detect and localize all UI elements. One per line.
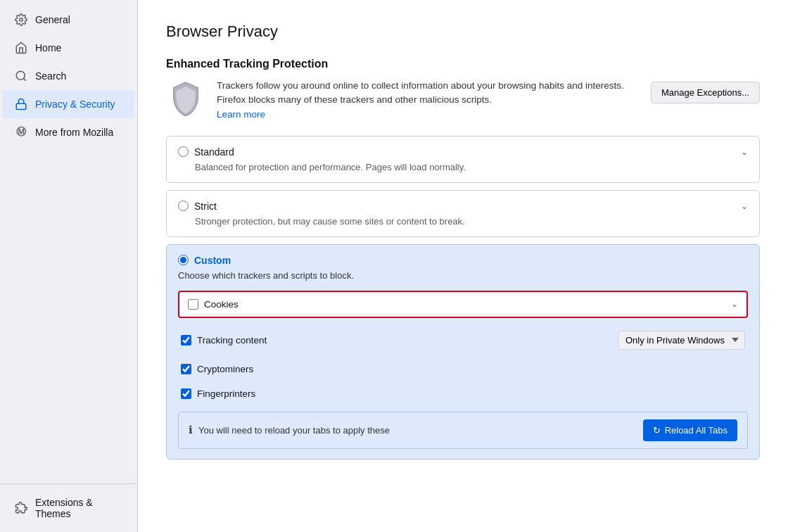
standard-option-label[interactable]: Standard [178,146,234,158]
cookies-checkbox[interactable] [188,299,198,310]
cryptominers-checkbox[interactable] [181,364,191,374]
info-icon: ℹ [189,424,193,436]
sidebar-item-search[interactable]: Search [3,62,134,90]
sidebar-item-label: Extensions & Themes [35,497,123,519]
strict-option-label[interactable]: Strict [178,201,217,212]
svg-line-2 [23,78,25,80]
svg-rect-3 [16,103,26,109]
sidebar-item-extensions[interactable]: Extensions & Themes [3,490,134,526]
sidebar-item-label: Home [35,42,61,53]
sidebar-item-home[interactable]: Home [3,34,134,62]
strict-option-desc: Stronger protection, but may cause some … [195,216,748,227]
svg-point-0 [20,18,23,22]
home-icon [14,41,28,55]
manage-exceptions-button[interactable]: Manage Exceptions... [651,82,760,103]
fingerprinters-label[interactable]: Fingerprinters [181,388,255,399]
sidebar: General Home Search Privacy & Security [0,0,138,532]
lock-icon [14,97,28,111]
cryptominers-label[interactable]: Cryptominers [181,364,253,374]
custom-option-card: Custom Choose which trackers and scripts… [166,244,760,460]
search-icon [14,69,28,83]
mozilla-icon: Ⓜ [14,125,28,139]
page-title: Browser Privacy [166,23,760,41]
learn-more-link[interactable]: Learn more [217,109,265,120]
info-bar: ℹ You will need to reload your tabs to a… [178,412,748,449]
etp-section-title: Enhanced Tracking Protection [166,58,760,70]
standard-option-card[interactable]: Standard ⌄ Balanced for protection and p… [166,136,760,183]
strict-radio[interactable] [178,201,189,211]
custom-radio[interactable] [178,255,189,265]
cookies-label[interactable]: Cookies [188,299,239,310]
custom-desc: Choose which trackers and scripts to blo… [178,270,748,281]
reload-icon: ↻ [653,425,661,436]
standard-radio[interactable] [178,146,189,157]
tracking-content-label[interactable]: Tracking content [181,335,267,346]
tracking-content-dropdown[interactable]: Only in Private Windows In all Windows [618,331,745,350]
fingerprinters-row: Fingerprinters [178,383,748,405]
gear-icon [14,13,28,27]
sidebar-item-label: Privacy & Security [35,99,115,110]
extensions-icon [14,501,28,515]
sidebar-item-mozilla[interactable]: Ⓜ More from Mozilla [3,118,134,146]
fingerprinters-checkbox[interactable] [181,388,191,399]
sidebar-item-label: More from Mozilla [35,127,113,138]
cookies-chevron-icon: ⌄ [731,299,738,309]
main-content: Browser Privacy Enhanced Tracking Protec… [138,0,788,532]
sidebar-item-general[interactable]: General [3,6,134,34]
sidebar-item-label: General [35,14,70,25]
etp-row: Trackers follow you around online to col… [166,79,760,122]
tracking-content-row: Tracking content Only in Private Windows… [178,325,748,355]
sidebar-item-privacy[interactable]: Privacy & Security [3,90,134,118]
standard-chevron-icon: ⌄ [741,147,748,157]
shield-icon-wrap [166,79,205,118]
info-bar-text: ℹ You will need to reload your tabs to a… [189,424,390,436]
etp-description: Trackers follow you around online to col… [217,79,640,122]
strict-chevron-icon: ⌄ [741,201,748,211]
custom-header: Custom [178,255,748,266]
reload-all-tabs-button[interactable]: ↻ Reload All Tabs [643,419,737,441]
sidebar-item-label: Search [35,70,66,82]
shield-icon [170,81,201,116]
svg-point-1 [16,71,25,80]
tracking-content-checkbox[interactable] [181,335,191,346]
cryptominers-row: Cryptominers [178,358,748,380]
standard-option-desc: Balanced for protection and performance.… [195,162,748,172]
strict-option-card[interactable]: Strict ⌄ Stronger protection, but may ca… [166,190,760,237]
cookies-row: Cookies ⌄ [178,291,748,318]
